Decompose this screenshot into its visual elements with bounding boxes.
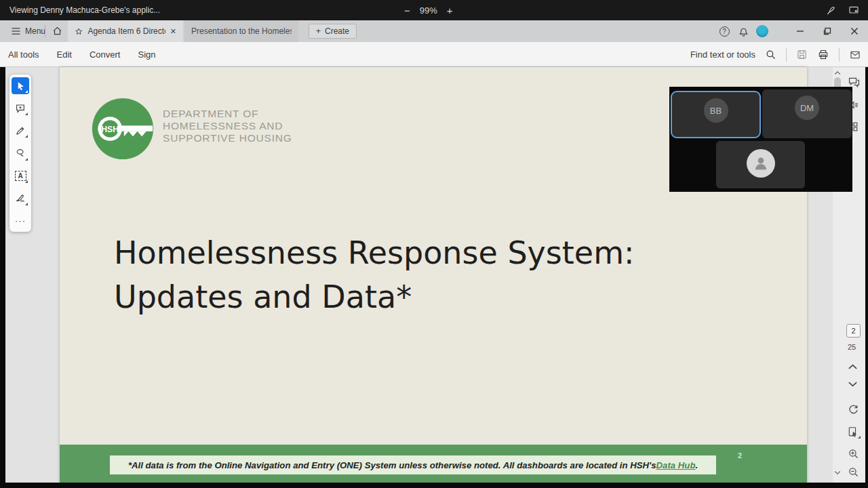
sign-button[interactable]: Sign <box>138 49 155 60</box>
menu-button[interactable]: Menu <box>7 20 50 42</box>
zoom-in-icon <box>848 448 859 460</box>
zoom-level-label: 99% <box>420 5 437 16</box>
window-minimize-button[interactable] <box>787 20 814 42</box>
minimize-icon <box>796 27 804 35</box>
next-page-button[interactable] <box>848 381 858 388</box>
separator <box>786 48 787 62</box>
close-icon <box>850 27 859 35</box>
hamburger-icon <box>11 27 21 35</box>
slide-footer-bar: *All data is from the Online Navigation … <box>60 445 807 483</box>
email-icon[interactable] <box>849 49 861 60</box>
rotate-icon <box>848 404 859 415</box>
annotate-icon[interactable] <box>826 5 837 16</box>
footnote: *All data is from the Online Navigation … <box>110 455 716 474</box>
comment-plus-icon <box>15 103 26 114</box>
text-box-icon: A <box>15 171 26 181</box>
participant-initials: BB <box>704 98 728 123</box>
quick-tools-panel: A ··· <box>9 75 31 232</box>
edit-button[interactable]: Edit <box>57 49 72 60</box>
window-maximize-button[interactable] <box>814 20 841 42</box>
bell-icon <box>738 26 749 37</box>
participant-tile-dm[interactable]: DM <box>762 89 852 138</box>
dept-line: SUPPORTIVE HOUSING <box>163 132 292 144</box>
previous-page-button[interactable] <box>848 363 858 370</box>
rotate-page-button[interactable] <box>848 404 859 415</box>
page-options-icon <box>848 426 859 438</box>
footnote-text: *All data is from the Online Navigation … <box>128 460 656 470</box>
zoom-out-tool-button[interactable] <box>848 466 859 478</box>
add-comment-tool-button[interactable] <box>12 100 29 117</box>
dept-line: DEPARTMENT OF <box>163 108 292 120</box>
save-icon[interactable] <box>796 49 808 60</box>
home-button[interactable] <box>49 24 65 39</box>
scroll-down-arrow[interactable] <box>833 468 842 477</box>
tab-label: Agenda Item 6 Director's.. <box>87 26 165 36</box>
footnote-period: . <box>695 460 698 470</box>
menu-label: Menu <box>25 26 45 36</box>
page-display-options-button[interactable] <box>848 426 859 438</box>
convert-button[interactable]: Convert <box>90 49 121 60</box>
signature-pen-icon <box>15 192 26 203</box>
lasso-icon <box>15 148 26 159</box>
slide-number: 2 <box>738 451 742 460</box>
erase-tool-button[interactable] <box>12 144 29 161</box>
participant-initials: DM <box>795 96 819 120</box>
zoom-out-icon <box>848 466 859 478</box>
pointer-icon <box>16 81 26 91</box>
slide-title: Homelessness Response System: Updates an… <box>114 231 634 319</box>
select-tool-button[interactable] <box>12 77 29 94</box>
close-tab-icon[interactable]: ✕ <box>170 27 176 36</box>
window-close-button[interactable] <box>841 20 868 42</box>
meeting-zoom-controls: − 99% + <box>404 0 453 20</box>
scroll-up-arrow[interactable] <box>833 68 842 77</box>
share-screen-icon[interactable] <box>848 5 860 16</box>
star-icon[interactable] <box>75 26 83 37</box>
fill-sign-tool-button[interactable] <box>12 190 29 207</box>
tab-presentation[interactable]: Presentation to the Homeless Ov.. <box>184 20 298 42</box>
draw-tool-button[interactable] <box>12 122 29 139</box>
page-count-label: 25 <box>848 343 856 351</box>
zoom-out-button[interactable]: − <box>404 5 410 16</box>
separator <box>45 25 45 37</box>
create-label: Create <box>325 26 349 36</box>
app-titlebar: Menu Agenda Item 6 Director's.. ✕ Presen… <box>0 20 868 42</box>
home-icon <box>52 26 63 37</box>
separator <box>839 48 840 62</box>
title-line-1: Homelessness Response System: <box>114 231 634 275</box>
svg-text:HSH: HSH <box>101 125 119 134</box>
more-tools-button[interactable]: ··· <box>12 212 29 229</box>
title-line-2: Updates and Data* <box>114 275 634 319</box>
dept-line: HOMELESSNESS AND <box>163 120 292 132</box>
participant-tile-bb[interactable]: BB <box>671 91 761 138</box>
screen: Viewing Denny Machuca-Grebe's applic... … <box>0 0 868 488</box>
tab-agenda-item-6[interactable]: Agenda Item 6 Director's.. ✕ <box>68 20 183 42</box>
hsh-logo: HSH <box>91 97 155 161</box>
person-avatar-icon <box>747 149 775 178</box>
zoom-in-button[interactable]: + <box>447 5 453 16</box>
notifications-button[interactable] <box>734 26 753 37</box>
participant-tile-anonymous[interactable] <box>716 141 805 188</box>
create-button[interactable]: + Create <box>309 24 357 39</box>
search-icon[interactable] <box>765 49 776 60</box>
all-tools-button[interactable]: All tools <box>8 49 39 60</box>
help-icon: ? <box>719 26 730 37</box>
add-text-tool-button[interactable]: A <box>12 167 29 184</box>
print-icon[interactable] <box>817 49 829 60</box>
document-toolbar: All tools Edit Convert Sign Find text or… <box>0 42 868 67</box>
pencil-icon <box>15 125 26 136</box>
avatar <box>756 25 768 37</box>
maximize-icon <box>823 27 831 35</box>
ellipsis-icon: ··· <box>15 216 26 226</box>
data-hub-link[interactable]: Data Hub <box>656 460 696 470</box>
video-call-overlay: BB DM <box>669 87 852 192</box>
plus-icon: + <box>316 26 321 36</box>
help-button[interactable]: ? <box>715 26 734 37</box>
department-name: DEPARTMENT OF HOMELESSNESS AND SUPPORTIV… <box>163 108 292 144</box>
meeting-titlebar: Viewing Denny Machuca-Grebe's applic... … <box>0 0 868 20</box>
page-number-input[interactable]: 2 <box>846 324 861 338</box>
chevron-up-icon <box>848 363 858 370</box>
zoom-in-tool-button[interactable] <box>848 448 859 460</box>
find-label[interactable]: Find text or tools <box>690 49 755 60</box>
meeting-title: Viewing Denny Machuca-Grebe's applic... <box>9 5 160 15</box>
account-button[interactable] <box>753 25 772 37</box>
